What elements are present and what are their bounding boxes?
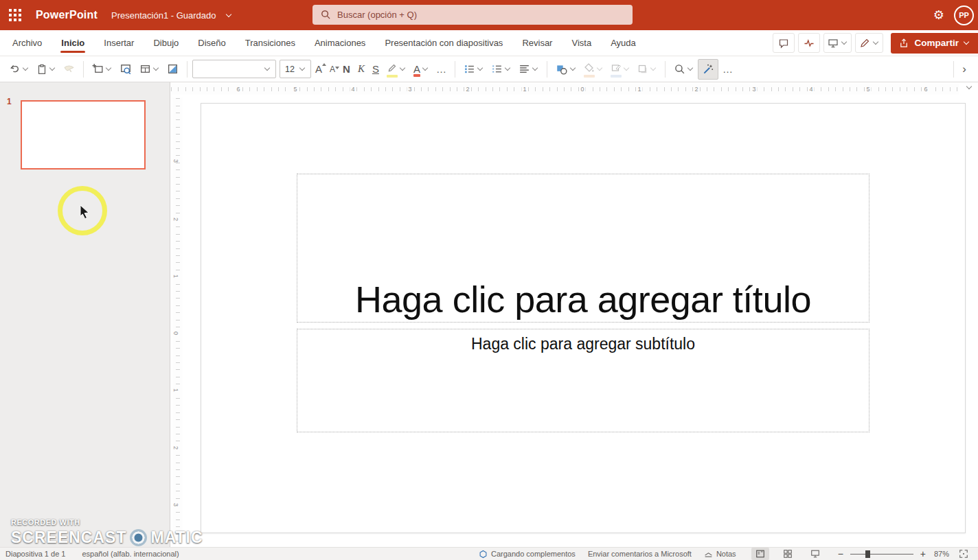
status-bar: Diapositiva 1 de 1 español (alfab. inter… xyxy=(0,547,978,560)
slide-sorter-view-button[interactable] xyxy=(779,548,797,560)
tab-presentacion-con-diapositivas[interactable]: Presentación con diapositivas xyxy=(375,30,512,56)
slide-canvas[interactable]: Haga clic para agregar título Haga clic … xyxy=(201,103,966,533)
find-button[interactable] xyxy=(670,59,697,80)
zoom-slider[interactable] xyxy=(850,554,913,555)
shapes-button[interactable] xyxy=(552,59,580,80)
tab-inicio[interactable]: Inicio xyxy=(52,30,94,56)
tab-ayuda[interactable]: Ayuda xyxy=(601,30,646,56)
expand-ribbon-button[interactable]: › xyxy=(959,59,970,80)
bold-button[interactable]: N xyxy=(339,59,354,80)
shrink-font-letter: A xyxy=(330,65,335,74)
slide-counter: Diapositiva 1 de 1 xyxy=(5,550,65,558)
shape-fill-button[interactable] xyxy=(580,59,606,80)
new-slide-button[interactable] xyxy=(89,59,115,80)
document-title[interactable]: Presentación1 - Guardado xyxy=(111,10,231,21)
ruler-number: 1 xyxy=(521,85,527,93)
chevron-down-icon xyxy=(597,66,603,72)
share-icon xyxy=(899,38,909,48)
account-avatar[interactable]: PP xyxy=(954,5,974,25)
toolbar-divider xyxy=(83,61,84,78)
italic-button[interactable]: K xyxy=(354,59,368,80)
ruler-number: 3 xyxy=(171,503,180,506)
draw-pen-button[interactable] xyxy=(855,33,883,53)
zoom-out-button[interactable]: − xyxy=(835,548,846,559)
present-button[interactable] xyxy=(823,33,852,53)
notes-toggle[interactable]: Notas xyxy=(704,550,736,559)
activity-button[interactable] xyxy=(798,33,820,53)
tab-diseno[interactable]: Diseño xyxy=(188,30,235,56)
format-painter-button[interactable] xyxy=(60,59,78,80)
app-title-bar: PowerPoint Presentación1 - Guardado ⚙ PP xyxy=(0,0,978,30)
share-button[interactable]: Compartir xyxy=(891,33,978,54)
subtitle-placeholder[interactable]: Haga clic para agregar subtítulo xyxy=(297,329,869,432)
toolbar-divider xyxy=(665,61,666,78)
ruler-number: 2 xyxy=(171,446,180,450)
grow-font-button[interactable]: A xyxy=(312,59,326,80)
chevron-down-icon xyxy=(299,66,306,72)
comments-button[interactable] xyxy=(773,33,795,53)
shape-outline-button[interactable] xyxy=(607,59,633,80)
grid-view-icon xyxy=(783,549,793,559)
more-commands-button[interactable]: … xyxy=(719,59,736,80)
format-painter-icon xyxy=(63,63,75,75)
search-box[interactable] xyxy=(312,5,633,25)
app-launcher-button[interactable] xyxy=(0,0,30,30)
grow-font-letter: A xyxy=(315,63,322,75)
fill-color-swatch xyxy=(584,75,595,78)
paste-button[interactable] xyxy=(33,59,59,80)
font-name-select[interactable] xyxy=(192,60,276,78)
chevron-right-icon: › xyxy=(962,62,966,76)
tab-archivo[interactable]: Archivo xyxy=(3,30,52,56)
zoom-in-button[interactable]: + xyxy=(918,548,929,559)
underline-button[interactable]: S xyxy=(369,59,383,80)
magic-wand-icon xyxy=(702,63,714,75)
numbered-list-icon xyxy=(491,63,503,75)
shrink-font-button[interactable]: A xyxy=(326,59,339,80)
font-size-select[interactable]: 12 xyxy=(280,60,311,78)
feedback-link[interactable]: Enviar comentarios a Microsoft xyxy=(588,550,692,558)
search-input[interactable] xyxy=(337,10,624,20)
tab-vista[interactable]: Vista xyxy=(562,30,601,56)
avatar-initials: PP xyxy=(959,11,969,19)
more-font-options-button[interactable]: … xyxy=(433,59,450,80)
pen-icon xyxy=(859,38,870,49)
tab-insertar[interactable]: Insertar xyxy=(94,30,144,56)
designer-pane-button[interactable] xyxy=(698,59,718,80)
align-text-button[interactable] xyxy=(515,59,542,80)
tab-revisar[interactable]: Revisar xyxy=(512,30,562,56)
bold-glyph: N xyxy=(343,63,350,75)
ruler-number: 5 xyxy=(292,85,298,93)
reuse-slides-icon xyxy=(120,63,132,75)
designer-button[interactable] xyxy=(163,59,182,80)
collapse-ribbon-button[interactable] xyxy=(966,84,973,91)
language-selector[interactable]: español (alfab. internacional) xyxy=(82,550,179,558)
addins-loading: Cargando complementos xyxy=(479,550,576,559)
chevron-down-icon xyxy=(49,66,56,72)
slideshow-icon xyxy=(810,549,820,559)
slide-thumbnail-1[interactable] xyxy=(21,100,146,170)
fit-slide-button[interactable] xyxy=(955,548,973,560)
shape-effects-button[interactable] xyxy=(634,59,660,80)
ellipsis-icon: … xyxy=(436,63,446,75)
bullets-button[interactable] xyxy=(460,59,487,80)
reuse-slides-button[interactable] xyxy=(116,59,135,80)
layout-button[interactable] xyxy=(136,59,163,80)
tab-transiciones[interactable]: Transiciones xyxy=(236,30,305,56)
undo-button[interactable] xyxy=(5,59,32,80)
tab-animaciones[interactable]: Animaciones xyxy=(305,30,375,56)
font-color-swatch xyxy=(413,74,420,77)
zoom-percentage[interactable]: 87% xyxy=(929,550,955,558)
text-highlight-button[interactable] xyxy=(383,59,409,80)
tab-dibujo[interactable]: Dibujo xyxy=(144,30,188,56)
normal-view-icon xyxy=(755,549,765,559)
magnifier-icon xyxy=(674,63,685,75)
settings-gear-icon[interactable]: ⚙ xyxy=(933,9,944,21)
title-placeholder[interactable]: Haga clic para agregar título xyxy=(297,174,869,323)
ruler-number: 2 xyxy=(693,85,699,93)
ruler-number: 3 xyxy=(751,85,757,93)
font-color-button[interactable]: A xyxy=(410,59,432,80)
numbering-button[interactable] xyxy=(488,59,514,80)
zoom-slider-handle[interactable] xyxy=(865,550,870,558)
normal-view-button[interactable] xyxy=(751,548,769,560)
slideshow-view-button[interactable] xyxy=(806,548,824,560)
